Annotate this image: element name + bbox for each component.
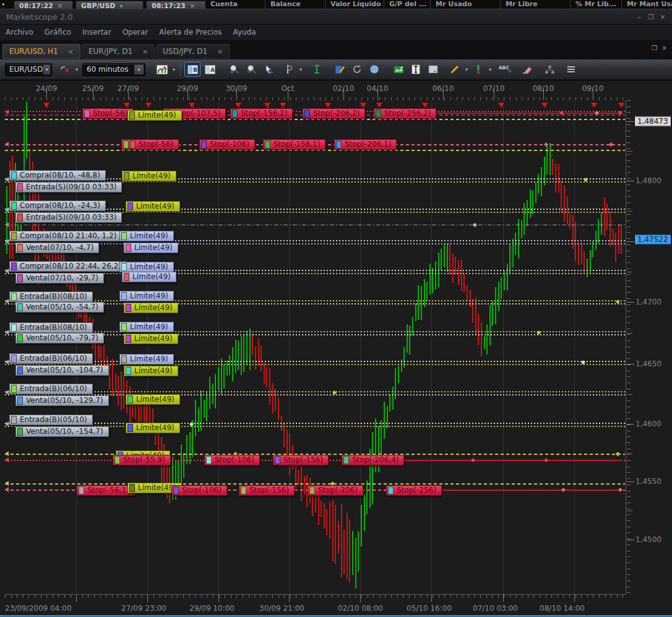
toggle-a-button[interactable]: A <box>202 62 218 77</box>
order-badge[interactable]: Límite(49) <box>119 231 174 241</box>
order-badge[interactable]: Stop(-56) <box>121 139 179 150</box>
toggle-b-button[interactable]: B <box>184 62 200 77</box>
account-column-MrLibre[interactable]: Mr Libre <box>506 0 538 9</box>
menu-item-ayuda[interactable]: Ayuda <box>228 25 262 37</box>
minimize-button[interactable]: – <box>635 14 644 21</box>
order-badge[interactable]: Stop(-106) <box>204 455 260 465</box>
order-badge[interactable]: Stop(-106) <box>171 485 227 496</box>
order-badge[interactable]: Entrada(S)(09/10 03:33) <box>15 182 122 192</box>
marker-button[interactable] <box>470 62 486 77</box>
period-select[interactable]: 60 minutos ▾ <box>82 63 145 76</box>
zoom-in-button[interactable] <box>226 62 242 77</box>
order-badge[interactable]: Entrada(S)(09/10 03:33) <box>15 212 122 223</box>
order-badge[interactable]: Entrada(B)(08/10) <box>9 322 93 333</box>
order-badge[interactable]: Venta(05/10, -79,7) <box>15 333 104 343</box>
menu-item-alerta-de-precios[interactable]: Alerta de Precios <box>153 25 227 37</box>
close-pane-icon[interactable]: × <box>662 45 667 51</box>
window-titlebar[interactable]: Marketscope 2.0 – ❐ × <box>0 9 672 25</box>
order-badge[interactable]: Stop(-55,9) <box>113 455 171 465</box>
order-badge[interactable]: Límite(49) <box>119 322 174 332</box>
order-badge[interactable]: Entrada(B)(08/10) <box>9 291 93 302</box>
order-line[interactable] <box>5 391 625 392</box>
menu-item-archivo[interactable]: Archivo <box>0 25 39 37</box>
form-button[interactable] <box>425 62 441 77</box>
account-column-ValorLquido[interactable]: Valor Líquido <box>330 0 381 9</box>
order-badge[interactable]: Stop(-156) <box>239 485 295 496</box>
symbol-select[interactable]: EUR/USD ▾ <box>5 63 52 76</box>
order-line[interactable] <box>5 150 625 151</box>
order-badge[interactable]: Stop(-56,1) <box>77 485 135 496</box>
tab-USDJPYD1[interactable]: USD/JPY, D1× <box>156 44 230 59</box>
order-badge[interactable]: Compra(08/10, -48,8) <box>9 170 106 181</box>
order-badge[interactable]: Venta(07/10, -29,7) <box>15 273 104 283</box>
zoom-out-button[interactable] <box>243 62 259 77</box>
order-line[interactable] <box>5 331 625 332</box>
unlink-button[interactable] <box>57 62 73 77</box>
pointer-zoom-button[interactable] <box>261 62 277 77</box>
order-line-solid[interactable] <box>410 113 620 114</box>
order-line[interactable] <box>5 300 625 301</box>
chevron-down-icon[interactable]: ▾ <box>487 67 493 72</box>
chevron-down-icon[interactable]: ▾ <box>43 64 51 75</box>
globe-button[interactable] <box>366 62 382 77</box>
chart-pane[interactable]: 24/0925/0927/0929/0930/09Oct02/1004/1006… <box>0 81 672 615</box>
order-badge[interactable]: Entrada(B)(06/10) <box>9 384 93 394</box>
order-badge[interactable]: Stop(-156,1) <box>263 139 325 150</box>
order-badge[interactable]: Límite(49) <box>126 423 180 433</box>
order-badge[interactable]: Stop(-206) <box>308 485 363 496</box>
order-line[interactable] <box>5 361 625 362</box>
close-icon[interactable]: × <box>142 48 148 56</box>
menu-item-insertar[interactable]: Insertar <box>77 25 117 37</box>
account-column-MrLib[interactable]: % Mr Lib... <box>575 0 616 9</box>
account-column-Balance[interactable]: Balance <box>270 0 301 9</box>
menu-item-gr-fico[interactable]: Gráfico <box>39 25 77 37</box>
order-line[interactable] <box>5 483 625 485</box>
restore-pane-icon[interactable]: ❐ <box>652 45 657 51</box>
chevron-down-icon[interactable]: ▾ <box>171 67 177 72</box>
order-badge[interactable]: Límite(49) <box>122 272 176 282</box>
order-badge[interactable]: Stop(-156) <box>273 455 329 465</box>
chevron-down-icon[interactable]: ▾ <box>119 3 123 9</box>
order-badge[interactable]: Venta(05/10, -154,7) <box>15 426 109 437</box>
pencil-button[interactable] <box>447 62 463 77</box>
maximize-button[interactable]: ❐ <box>647 14 655 21</box>
price-axis[interactable]: 1,48501,48001,47501,47001,46501,46001,45… <box>626 100 672 594</box>
abc-label-button[interactable]: ABC <box>497 62 513 77</box>
order-badge[interactable]: Límite(49) <box>119 291 174 301</box>
tab-EURUSDH1[interactable]: EUR/USD, H1× <box>2 44 80 59</box>
chevron-down-icon[interactable]: ▾ <box>463 67 470 72</box>
order-badge[interactable]: Stop(-106) <box>199 139 255 150</box>
order-badge[interactable]: Venta(05/10, -54,7) <box>15 302 104 313</box>
order-badge[interactable]: Límite(49) <box>126 394 180 405</box>
order-badge[interactable]: Stop(-206,4) <box>342 455 404 465</box>
order-badge[interactable]: Límite(49) <box>124 334 178 344</box>
close-icon[interactable]: × <box>58 2 62 9</box>
vertical-scale-button[interactable] <box>309 62 325 77</box>
order-badge[interactable]: Venta(05/10, -104,7) <box>15 365 109 376</box>
sitemap-button[interactable] <box>541 62 558 77</box>
order-badge[interactable]: Entrada(B)(05/10) <box>9 415 93 425</box>
order-badge[interactable]: Stop(-56) <box>82 108 133 119</box>
order-badge[interactable]: Stop(-256,2) <box>374 108 436 119</box>
order-line[interactable] <box>5 119 625 120</box>
order-badge[interactable]: Stop(-206,1) <box>334 139 397 150</box>
menu-item-operar[interactable]: Operar <box>117 25 154 37</box>
close-icon[interactable]: × <box>68 48 74 56</box>
measure-button[interactable] <box>281 62 297 77</box>
account-column-Cuenta[interactable]: Cuenta <box>210 0 238 9</box>
quote-tab-GBPUSD[interactable]: GBP/USD▾ <box>75 1 144 9</box>
order-badge[interactable]: Límite(49) <box>119 262 174 272</box>
order-badge[interactable]: Límite(49) <box>124 366 178 376</box>
refresh-button[interactable] <box>349 62 365 77</box>
close-icon[interactable]: × <box>217 48 223 56</box>
list-button[interactable] <box>563 62 579 77</box>
order-badge[interactable]: Límite(49) <box>127 110 182 121</box>
order-badge[interactable]: Compra(08/10 22:44, 26,2) <box>9 261 127 272</box>
order-badge[interactable]: Venta(07/10, -4,7) <box>15 243 99 253</box>
note-button[interactable] <box>332 62 348 77</box>
order-badge[interactable]: Stop(-156,2) <box>230 108 293 119</box>
order-badge[interactable]: Venta(05/10, -129,7) <box>15 395 109 406</box>
order-badge[interactable]: Límite(49) <box>119 354 174 365</box>
account-column-MrUsado[interactable]: Mr Usado <box>436 0 472 9</box>
order-badge[interactable]: Stop(-206,2) <box>303 108 365 119</box>
